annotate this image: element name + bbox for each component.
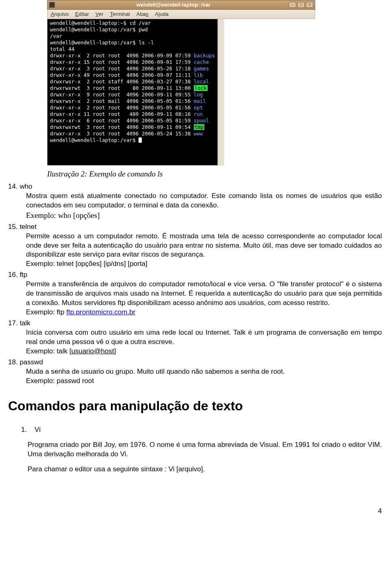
- item-number: 17.: [8, 319, 18, 327]
- list-item: 18. passwdMuda a senha de usuario ou gru…: [8, 358, 382, 386]
- terminal-app-icon: [49, 2, 55, 8]
- item-description: Muda a senha de usuario ou grupo. Muito …: [26, 367, 382, 377]
- terminal-title: wendell@wendell-laptop: /var: [58, 1, 289, 9]
- item-example: Exemplo: passwd root: [26, 377, 382, 386]
- menu-item[interactable]: Terminal: [110, 11, 130, 18]
- list-item: 17. talkInicia conversa com outro usuári…: [8, 319, 382, 356]
- section-heading: Comandos para manipulação de texto: [8, 397, 382, 415]
- item-description: Inicia conversa com outro usuário em uma…: [26, 328, 382, 347]
- item-title: Vi: [35, 426, 41, 433]
- item-title: passwd: [20, 358, 43, 366]
- example-link[interactable]: ftp.prontomicro.com.br: [66, 308, 135, 316]
- close-button[interactable]: ×: [306, 2, 313, 8]
- minimize-button[interactable]: –: [289, 2, 296, 8]
- list-item: 16. ftpPermite a transferência de arquiv…: [8, 270, 382, 317]
- maximize-button[interactable]: □: [297, 2, 305, 8]
- item-number: 14.: [8, 183, 18, 190]
- terminal-window: wendell@wendell-laptop: /var – □ × Arqui…: [47, 0, 315, 166]
- item-number: 18.: [8, 358, 18, 366]
- page-number: 4: [8, 507, 382, 516]
- item-paragraph: Para chamar o editor usa a seguinte sint…: [28, 465, 382, 474]
- item-number: 15.: [8, 223, 18, 231]
- item-example: Exemplo: who [opções]: [26, 210, 382, 221]
- terminal-menubar: ArquivoEditarVerTerminalAbasAjuda: [47, 10, 315, 19]
- item-number: 1.: [21, 426, 27, 433]
- menu-item[interactable]: Abas: [136, 11, 149, 18]
- item-description: Permite acesso a um computador remoto. É…: [26, 232, 382, 260]
- item-example: Exemplo: talk [usuario@host]: [26, 347, 382, 356]
- list-item: 15. telnetPermite acesso a um computador…: [8, 222, 382, 269]
- menu-item[interactable]: Editar: [75, 11, 89, 18]
- item-description: Mostra quem está atualmente conectado no…: [26, 192, 382, 210]
- menu-item[interactable]: Ver: [95, 11, 104, 18]
- item-paragraph: Programa criado por Bill Joy, em 1976. O…: [28, 440, 382, 459]
- figure-caption: Ilustração 2: Exemplo de comando ls: [47, 169, 382, 179]
- terminal-titlebar: wendell@wendell-laptop: /var – □ ×: [47, 0, 315, 10]
- item-title: telnet: [20, 223, 37, 231]
- item-title: talk: [20, 319, 30, 327]
- item-description: Permite a transferência de arquivos do c…: [26, 280, 382, 308]
- terminal-body: wendell@wendell-laptop:~$ cd /var wendel…: [47, 19, 218, 166]
- item-title: who: [20, 183, 32, 190]
- menu-item[interactable]: Ajuda: [155, 11, 168, 18]
- menu-item[interactable]: Arquivo: [51, 11, 69, 18]
- item-title: ftp: [20, 271, 27, 279]
- list-item: 14. whoMostra quem está atualmente conec…: [8, 182, 382, 220]
- terminal-scrollbar[interactable]: [218, 19, 224, 166]
- item-number: 16.: [8, 271, 18, 279]
- item-example: Exemplo: ftp ftp.prontomicro.com.br: [26, 308, 382, 317]
- item-example: Exemplo: telnet [opções] [ip/dns] [porta…: [26, 259, 382, 269]
- list-item: 1. Vi Programa criado por Bill Joy, em 1…: [21, 425, 382, 474]
